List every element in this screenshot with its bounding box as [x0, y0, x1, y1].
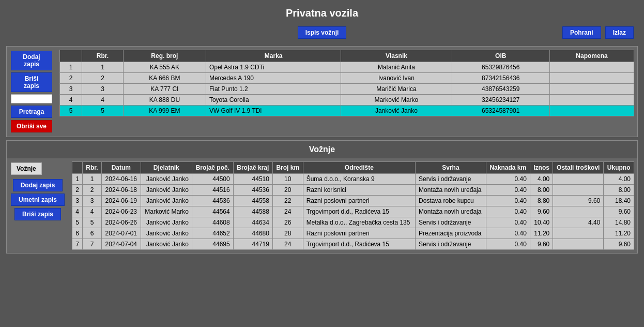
- row-br-poc: 44564: [192, 206, 233, 217]
- row-br-poc: 44608: [192, 217, 233, 228]
- table-row[interactable]: 662024-07-01Janković Janko446524468028Ra…: [72, 228, 634, 239]
- vozila-col-vlasnik: Vlasnik: [341, 50, 452, 62]
- row-iznos: 8.00: [530, 185, 553, 196]
- row-datum: 2024-06-16: [101, 174, 141, 185]
- row-rbr: 1: [83, 174, 102, 185]
- row-br-km: 10: [272, 174, 303, 185]
- row-rbr: 7: [83, 239, 102, 250]
- row-reg: KA 999 EM: [123, 106, 206, 116]
- row-br-km: 24: [272, 206, 303, 217]
- table-row[interactable]: 11KA 555 AKOpel Astra 1.9 CDTiMatanić An…: [60, 62, 634, 73]
- voznje-dodaj-button[interactable]: Dodaj zapis: [13, 179, 63, 191]
- table-row[interactable]: 44KA 888 DUToyota CorollaMarković Marko3…: [60, 95, 634, 106]
- row-svrha: Montaža novih uređaja: [416, 206, 486, 217]
- table-row[interactable]: 55KA 999 EMVW Golf IV 1.9 TDiJanković Ja…: [60, 106, 634, 116]
- row-num: 6: [72, 228, 83, 239]
- row-odrediste: Trgovimport d.d., Radićeva 15: [303, 239, 415, 250]
- row-djelatnik: Marković Marko: [141, 206, 192, 217]
- row-rbr: 1: [82, 62, 124, 73]
- ispis-voznji-button[interactable]: Ispis vožnji: [298, 26, 347, 39]
- table-row[interactable]: 772024-07-04Janković Janko446954471924Tr…: [72, 239, 634, 250]
- row-rbr: 2: [82, 73, 124, 84]
- row-djelatnik: Janković Janko: [141, 196, 192, 206]
- row-num: 2: [60, 73, 82, 84]
- row-ukupno: 8.00: [604, 185, 634, 196]
- voznje-tab-button[interactable]: Vožnje: [11, 162, 42, 175]
- row-odrediste: Metalka d.o.o., Zagrebačka cesta 135: [303, 217, 415, 228]
- row-oib: 32456234127: [452, 95, 549, 106]
- voznje-brisi-button[interactable]: Briši zapis: [14, 208, 61, 220]
- row-br-poc: 44516: [192, 185, 233, 196]
- row-br-km: 26: [272, 217, 303, 228]
- table-row[interactable]: 222024-06-18Janković Janko445164453620Ra…: [72, 185, 634, 196]
- row-marka: Opel Astra 1.9 CDTi: [206, 62, 341, 73]
- voznje-table: Rbr. Datum Djelatnik Brojač poč. Brojač …: [72, 161, 634, 250]
- row-rbr: 5: [83, 217, 102, 228]
- row-rbr: 4: [83, 206, 102, 217]
- voznje-col-iznos: Iznos: [530, 162, 553, 174]
- row-vlasnik: Maričić Marica: [341, 84, 452, 95]
- row-svrha: Servis i održavanje: [416, 239, 486, 250]
- table-row[interactable]: 33KA 777 CIFiat Punto 1.2Maričić Marica4…: [60, 84, 634, 95]
- row-djelatnik: Janković Janko: [141, 174, 192, 185]
- pretraga-button[interactable]: Pretraga: [11, 106, 52, 118]
- row-br-poc: 44652: [192, 228, 233, 239]
- table-row[interactable]: 112024-06-16Janković Janko445004451010Šu…: [72, 174, 634, 185]
- row-br-km: 20: [272, 185, 303, 196]
- voznje-col-br-kraj: Brojač kraj: [233, 162, 272, 174]
- row-odrediste: Razni poslovni partneri: [303, 196, 415, 206]
- row-br-kraj: 44634: [233, 217, 272, 228]
- vozila-dodaj-button[interactable]: Dodaj zapis: [11, 51, 52, 70]
- izlaz-button[interactable]: Izlaz: [605, 26, 634, 39]
- row-iznos: 4.00: [530, 174, 553, 185]
- row-ukupno: 11.20: [604, 228, 634, 239]
- row-svrha: Servis i održavanje: [416, 174, 486, 185]
- vozila-table-header-row: Rbr. Reg. broj Marka Vlasnik OIB Napomen…: [60, 50, 634, 62]
- row-vlasnik: Ivanović Ivan: [341, 73, 452, 84]
- row-ostali: 9.60: [553, 196, 604, 206]
- row-ostali: [553, 206, 604, 217]
- voznje-col-br-km: Broj km: [272, 162, 303, 174]
- row-datum: 2024-06-19: [101, 196, 141, 206]
- row-svrha: Prezentacija proizvoda: [416, 228, 486, 239]
- row-reg: KA 777 CI: [123, 84, 206, 95]
- vozila-brisi-button[interactable]: Briši zapis: [11, 72, 52, 92]
- row-reg: KA 666 BM: [123, 73, 206, 84]
- row-iznos: 11.20: [530, 228, 553, 239]
- row-num: 4: [72, 206, 83, 217]
- page-title: Privatna vozila: [0, 0, 644, 24]
- pohrani-button[interactable]: Pohrani: [562, 26, 601, 39]
- table-row[interactable]: 552024-06-26Janković Janko446084463426Me…: [72, 217, 634, 228]
- row-napomena: [549, 62, 634, 73]
- row-ukupno: 9.60: [604, 206, 634, 217]
- table-row[interactable]: 442024-06-23Marković Marko445644458824Tr…: [72, 206, 634, 217]
- table-row[interactable]: 22KA 666 BMMercedes A 190Ivanović Ivan87…: [60, 73, 634, 84]
- voznje-umetni-button[interactable]: Umetni zapis: [11, 194, 65, 206]
- row-svrha: Servis i održavanje: [416, 217, 486, 228]
- row-ostali: 4.40: [553, 217, 604, 228]
- vozila-section: Dodaj zapis Briši zapis Pretraga Obriši …: [6, 46, 638, 137]
- row-oib: 65329876456: [452, 62, 549, 73]
- row-svrha: Montaža novih uređaja: [416, 185, 486, 196]
- row-iznos: 9.60: [530, 206, 553, 217]
- voznje-col-odrediste: Odredište: [303, 162, 415, 174]
- row-datum: 2024-07-04: [101, 239, 141, 250]
- row-ukupno: 14.80: [604, 217, 634, 228]
- row-napomena: [549, 106, 634, 116]
- vozila-col-reg: Reg. broj: [123, 50, 206, 62]
- row-vlasnik: Janković Janko: [341, 106, 452, 116]
- row-ukupno: 4.00: [604, 174, 634, 185]
- row-ukupno: 9.60: [604, 239, 634, 250]
- row-oib: 65324587901: [452, 106, 549, 116]
- table-row[interactable]: 332024-06-19Janković Janko445364455822Ra…: [72, 196, 634, 206]
- row-br-km: 24: [272, 239, 303, 250]
- row-vlasnik: Matanić Anita: [341, 62, 452, 73]
- vozila-search-input[interactable]: [11, 94, 52, 103]
- voznje-section-title: Vožnje: [7, 141, 637, 158]
- voznje-col-ostali: Ostali troškovi: [553, 162, 604, 174]
- row-num: 7: [72, 239, 83, 250]
- obrisi-sve-button[interactable]: Obriši sve: [11, 120, 52, 132]
- row-djelatnik: Janković Janko: [141, 185, 192, 196]
- row-nak-km: 0.40: [486, 196, 530, 206]
- vozila-col-napomena: Napomena: [549, 50, 634, 62]
